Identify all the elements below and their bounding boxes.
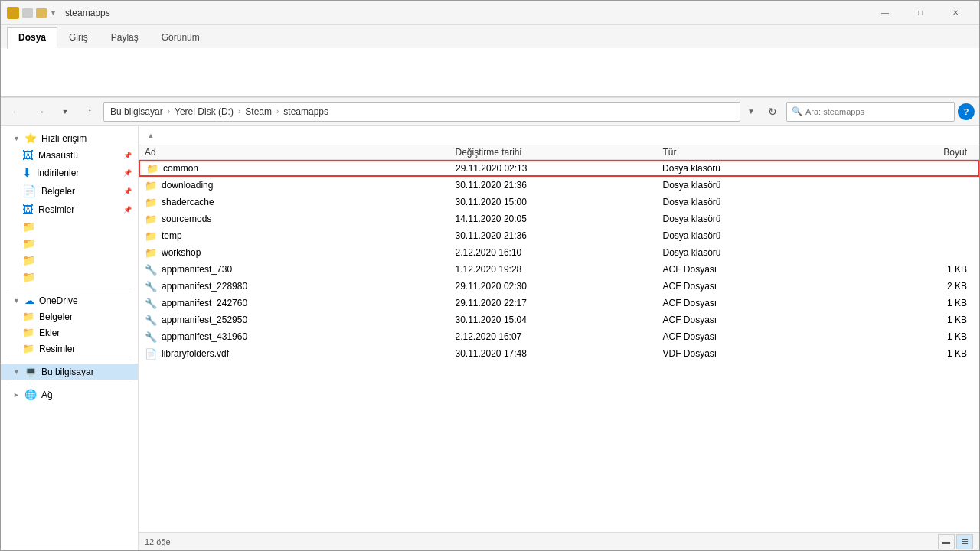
column-type-header[interactable]: Tür [663, 147, 857, 158]
sidebar-item-quick-access[interactable]: ▼ ⭐ Hızlı erişim [1, 130, 138, 146]
forward-button[interactable]: → [30, 101, 51, 122]
expand-icon: ▼ [13, 135, 20, 142]
table-row[interactable]: 🔧 appmanifest_431960 2.12.2020 16:07 ACF… [139, 328, 979, 345]
up-button[interactable]: ↑ [79, 101, 100, 122]
maximize-button[interactable]: □ [903, 1, 938, 25]
file-date-cell: 30.11.2020 15:04 [455, 315, 662, 325]
table-row[interactable]: 📁 common 29.11.2020 02:13 Dosya klasörü [139, 160, 979, 177]
refresh-button[interactable]: ↻ [762, 101, 783, 122]
file-date-cell: 30.11.2020 17:48 [455, 348, 662, 359]
file-name-text: downloading [162, 180, 213, 191]
file-name-cell: 📁 workshop [145, 247, 455, 259]
title-icons: ▼ [7, 7, 59, 19]
expand-icon-net: ► [13, 391, 20, 399]
divider-2 [7, 360, 132, 360]
tab-paylas[interactable]: Paylaş [100, 27, 150, 48]
file-name-text: libraryfolders.vdf [162, 348, 229, 359]
sidebar-item-belgeler[interactable]: 📄 Belgeler 📌 [1, 182, 138, 201]
sidebar-item-od-resimler[interactable]: 📁 Resimler [1, 341, 138, 357]
file-date-cell: 1.12.2020 19:28 [455, 264, 662, 275]
recent-locations-button[interactable]: ▼ [54, 101, 76, 122]
column-date-header[interactable]: Değiştirme tarihi [455, 147, 662, 158]
close-button[interactable]: ✕ [938, 1, 973, 25]
sidebar-extra-1[interactable]: 📁 [1, 218, 138, 235]
acf-icon-row: 🔧 [145, 264, 157, 276]
folder-icon-od1: 📁 [22, 311, 34, 322]
sidebar-item-od-belgeler[interactable]: 📁 Belgeler [1, 308, 138, 324]
column-size-header[interactable]: Boyut [856, 147, 973, 158]
sidebar-extra-3[interactable]: 📁 [1, 252, 138, 269]
sidebar-item-resimler[interactable]: 🖼 Resimler 📌 [1, 201, 138, 218]
file-name-cell: 🔧 appmanifest_252950 [145, 315, 455, 326]
table-row[interactable]: 🔧 appmanifest_252950 30.11.2020 15:04 AC… [139, 311, 979, 328]
view-details-button[interactable]: ☰ [956, 534, 973, 549]
acf-icon-row: 🔧 [145, 281, 157, 292]
table-row[interactable]: 📁 shadercache 30.11.2020 15:00 Dosya kla… [139, 194, 979, 210]
sidebar-extra-2[interactable]: 📁 [1, 235, 138, 252]
sidebar-item-od-ekler[interactable]: 📁 Ekler [1, 324, 138, 341]
sidebar-item-indirilenler[interactable]: ⬇ İndirilenler 📌 [1, 164, 138, 182]
table-row[interactable]: 🔧 appmanifest_242760 29.11.2020 22:17 AC… [139, 295, 979, 311]
folder-icon-od2: 📁 [22, 327, 34, 338]
table-row[interactable]: 🔧 appmanifest_228980 29.11.2020 02:30 AC… [139, 278, 979, 295]
table-row[interactable]: 📁 sourcemods 14.11.2020 20:05 Dosya klas… [139, 210, 979, 227]
column-name-header[interactable]: Ad [145, 147, 455, 158]
divider-3 [7, 383, 132, 383]
pin-icon-belgeler: 📌 [123, 187, 132, 195]
sidebar-item-masaustu[interactable]: 🖼 Masaüstü 📌 [1, 146, 138, 164]
folder-icon-extra3: 📁 [22, 254, 35, 266]
tab-gorunum[interactable]: Görünüm [150, 27, 211, 48]
acf-icon-row: 🔧 [145, 331, 157, 343]
help-button[interactable]: ? [958, 103, 975, 120]
search-box[interactable]: 🔍 [786, 102, 955, 122]
file-name-cell: 📁 sourcemods [145, 214, 455, 225]
minimize-button[interactable]: — [867, 1, 903, 25]
file-type-cell: Dosya klasörü [663, 197, 857, 207]
path-sep-1: › [168, 107, 170, 116]
sidebar-item-onedrive[interactable]: ▼ ☁ OneDrive [1, 292, 138, 308]
vdf-icon-row: 📄 [145, 348, 157, 360]
file-name-cell: 📁 common [146, 163, 456, 174]
sidebar-extra-4[interactable]: 📁 [1, 269, 138, 285]
file-name-text: appmanifest_228980 [162, 281, 247, 292]
file-name-text: shadercache [162, 197, 214, 207]
view-list-button[interactable]: ▬ [938, 534, 955, 549]
path-steam: Steam [245, 106, 272, 117]
folder-icon-row: 📁 [145, 247, 157, 259]
table-row[interactable]: 📄 libraryfolders.vdf 30.11.2020 17:48 VD… [139, 345, 979, 362]
status-bar: 12 öğe ▬ ☰ [139, 532, 979, 550]
tab-giris[interactable]: Giriş [57, 27, 100, 48]
file-type-cell: ACF Dosyası [663, 331, 857, 342]
file-size-cell: 1 KB [856, 331, 973, 342]
computer-icon: 💻 [24, 366, 37, 377]
content-area: ▲ Ad Değiştirme tarihi Tür Boyut 📁 commo… [139, 126, 979, 550]
table-row[interactable]: 🔧 appmanifest_730 1.12.2020 19:28 ACF Do… [139, 261, 979, 278]
onedrive-section: ▼ ☁ OneDrive 📁 Belgeler 📁 Ekler 📁 Resiml… [1, 292, 138, 357]
network-section: ► 🌐 Ağ [1, 386, 138, 403]
acf-icon-row: 🔧 [145, 315, 157, 326]
table-row[interactable]: 📁 downloading 30.11.2020 21:36 Dosya kla… [139, 177, 979, 194]
path-disk: Yerel Disk (D:) [175, 106, 234, 117]
address-path[interactable]: Bu bilgisayar › Yerel Disk (D:) › Steam … [103, 102, 740, 122]
sidebar-item-computer[interactable]: ▼ 💻 Bu bilgisayar [1, 364, 138, 380]
file-type-cell: ACF Dosyası [663, 298, 857, 308]
ribbon: Dosya Giriş Paylaş Görünüm [1, 25, 979, 98]
file-size-cell: 1 KB [856, 264, 973, 275]
tab-dosya[interactable]: Dosya [7, 27, 57, 49]
back-button[interactable]: ← [5, 101, 27, 122]
search-icon: 🔍 [792, 106, 802, 116]
computer-section: ▼ 💻 Bu bilgisayar [1, 364, 138, 380]
file-name-cell: 📄 libraryfolders.vdf [145, 348, 455, 360]
sidebar-item-network[interactable]: ► 🌐 Ağ [1, 386, 138, 403]
sort-toggle-button[interactable]: ▲ [145, 129, 157, 142]
file-list-header: Ad Değiştirme tarihi Tür Boyut [139, 145, 979, 160]
address-dropdown-button[interactable]: ▼ [743, 102, 759, 122]
file-date-cell: 30.11.2020 15:00 [455, 197, 662, 207]
main-area: ▼ ⭐ Hızlı erişim 🖼 Masaüstü 📌 ⬇ İndirile… [1, 126, 979, 550]
file-date-cell: 30.11.2020 21:36 [455, 230, 662, 241]
table-row[interactable]: 📁 temp 30.11.2020 21:36 Dosya klasörü [139, 227, 979, 244]
search-input[interactable] [805, 107, 949, 116]
document-icon-sidebar: 📄 [22, 184, 37, 198]
table-row[interactable]: 📁 workshop 2.12.2020 16:10 Dosya klasörü [139, 244, 979, 261]
file-name-text: appmanifest_431960 [162, 331, 247, 342]
